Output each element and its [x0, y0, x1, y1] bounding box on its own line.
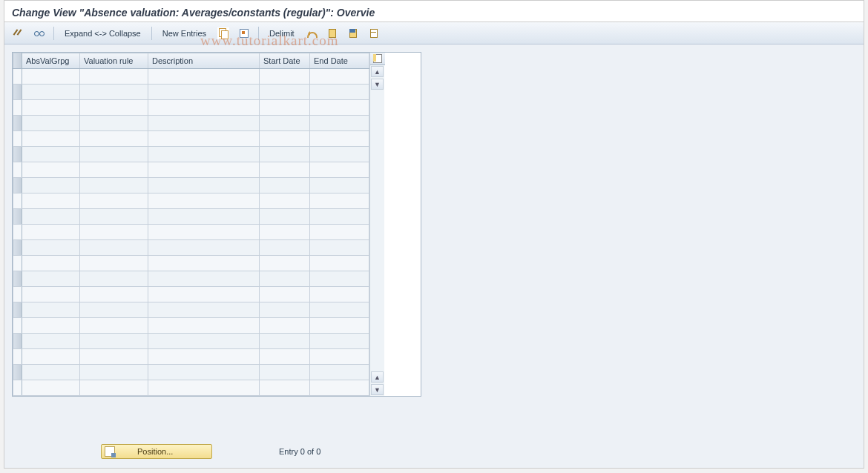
- row-selector[interactable]: [13, 100, 22, 116]
- cell-description[interactable]: [148, 116, 260, 131]
- column-header-valuation-rule[interactable]: Valuation rule: [80, 53, 148, 69]
- row-selector[interactable]: [13, 225, 22, 240]
- cell-description[interactable]: [148, 365, 260, 380]
- cell-description[interactable]: [148, 147, 260, 162]
- cell-valuation-rule[interactable]: [80, 287, 148, 302]
- cell-valuation-rule[interactable]: [80, 318, 148, 334]
- cell-end-date[interactable]: [310, 380, 369, 396]
- row-selector[interactable]: [13, 380, 22, 396]
- cell-absvalgrpg[interactable]: [22, 349, 80, 365]
- row-selector[interactable]: [13, 116, 22, 131]
- cell-start-date[interactable]: [260, 178, 310, 194]
- cell-start-date[interactable]: [260, 225, 310, 240]
- row-selector-header[interactable]: [13, 53, 22, 69]
- cell-absvalgrpg[interactable]: [22, 256, 80, 271]
- column-header-end-date[interactable]: End Date: [310, 53, 369, 69]
- cell-end-date[interactable]: [310, 100, 369, 116]
- position-button[interactable]: Position...: [101, 444, 212, 459]
- cell-description[interactable]: [148, 209, 260, 225]
- scroll-down-button[interactable]: ▼: [371, 384, 384, 395]
- cell-start-date[interactable]: [260, 302, 310, 318]
- row-selector[interactable]: [13, 147, 22, 162]
- cell-valuation-rule[interactable]: [80, 162, 148, 178]
- row-selector[interactable]: [13, 271, 22, 287]
- cell-end-date[interactable]: [310, 131, 369, 147]
- cell-end-date[interactable]: [310, 287, 369, 302]
- cell-end-date[interactable]: [310, 69, 369, 85]
- cell-absvalgrpg[interactable]: [22, 131, 80, 147]
- deselect-all-button[interactable]: [366, 26, 382, 41]
- cell-valuation-rule[interactable]: [80, 100, 148, 116]
- cell-start-date[interactable]: [260, 100, 310, 116]
- cell-start-date[interactable]: [260, 69, 310, 85]
- cell-valuation-rule[interactable]: [80, 225, 148, 240]
- cell-start-date[interactable]: [260, 380, 310, 396]
- cell-start-date[interactable]: [260, 131, 310, 147]
- cell-absvalgrpg[interactable]: [22, 271, 80, 287]
- cell-end-date[interactable]: [310, 178, 369, 194]
- select-block-button[interactable]: [345, 26, 361, 41]
- cell-end-date[interactable]: [310, 209, 369, 225]
- column-header-absvalgrpg[interactable]: AbsValGrpg: [22, 53, 80, 69]
- cell-description[interactable]: [148, 131, 260, 147]
- cell-absvalgrpg[interactable]: [22, 85, 80, 100]
- cell-description[interactable]: [148, 302, 260, 318]
- cell-valuation-rule[interactable]: [80, 85, 148, 100]
- cell-description[interactable]: [148, 287, 260, 302]
- column-header-description[interactable]: Description: [148, 53, 260, 69]
- row-selector[interactable]: [13, 318, 22, 334]
- row-selector[interactable]: [13, 349, 22, 365]
- cell-start-date[interactable]: [260, 162, 310, 178]
- cell-absvalgrpg[interactable]: [22, 240, 80, 256]
- cell-end-date[interactable]: [310, 365, 369, 380]
- cell-valuation-rule[interactable]: [80, 209, 148, 225]
- table-settings-button[interactable]: [370, 53, 385, 65]
- cell-absvalgrpg[interactable]: [22, 225, 80, 240]
- delimit-button[interactable]: Delimit: [265, 26, 299, 41]
- cell-description[interactable]: [148, 271, 260, 287]
- cell-start-date[interactable]: [260, 287, 310, 302]
- row-selector[interactable]: [13, 209, 22, 225]
- cell-description[interactable]: [148, 380, 260, 396]
- cell-valuation-rule[interactable]: [80, 380, 148, 396]
- cell-description[interactable]: [148, 256, 260, 271]
- cell-valuation-rule[interactable]: [80, 178, 148, 194]
- cell-absvalgrpg[interactable]: [22, 147, 80, 162]
- cell-absvalgrpg[interactable]: [22, 209, 80, 225]
- row-selector[interactable]: [13, 178, 22, 194]
- cell-absvalgrpg[interactable]: [22, 178, 80, 194]
- cell-description[interactable]: [148, 85, 260, 100]
- cell-valuation-rule[interactable]: [80, 131, 148, 147]
- row-selector[interactable]: [13, 69, 22, 85]
- row-selector[interactable]: [13, 256, 22, 271]
- cell-valuation-rule[interactable]: [80, 116, 148, 131]
- cell-description[interactable]: [148, 178, 260, 194]
- cell-end-date[interactable]: [310, 318, 369, 334]
- cell-end-date[interactable]: [310, 162, 369, 178]
- details-button[interactable]: [31, 26, 47, 41]
- change-display-button[interactable]: [10, 26, 27, 41]
- row-selector[interactable]: [13, 131, 22, 147]
- cell-end-date[interactable]: [310, 271, 369, 287]
- cell-start-date[interactable]: [260, 318, 310, 334]
- variable-list-button[interactable]: [236, 26, 252, 41]
- cell-absvalgrpg[interactable]: [22, 162, 80, 178]
- cell-start-date[interactable]: [260, 85, 310, 100]
- cell-valuation-rule[interactable]: [80, 194, 148, 209]
- cell-description[interactable]: [148, 240, 260, 256]
- scroll-up-button[interactable]: ▲: [371, 66, 384, 77]
- cell-start-date[interactable]: [260, 334, 310, 349]
- cell-absvalgrpg[interactable]: [22, 100, 80, 116]
- cell-start-date[interactable]: [260, 271, 310, 287]
- cell-start-date[interactable]: [260, 240, 310, 256]
- row-selector[interactable]: [13, 85, 22, 100]
- cell-valuation-rule[interactable]: [80, 240, 148, 256]
- cell-end-date[interactable]: [310, 240, 369, 256]
- cell-end-date[interactable]: [310, 334, 369, 349]
- cell-description[interactable]: [148, 162, 260, 178]
- cell-description[interactable]: [148, 100, 260, 116]
- undo-button[interactable]: [303, 26, 320, 41]
- row-selector[interactable]: [13, 194, 22, 209]
- cell-valuation-rule[interactable]: [80, 365, 148, 380]
- cell-start-date[interactable]: [260, 349, 310, 365]
